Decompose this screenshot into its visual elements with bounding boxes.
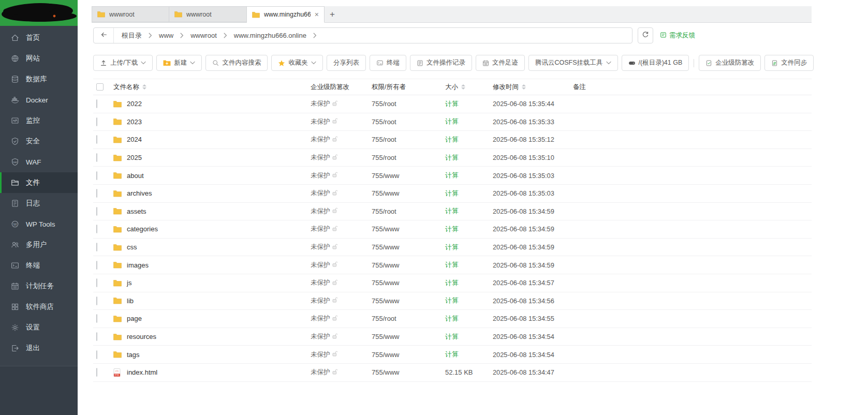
refresh-button[interactable] <box>638 27 653 43</box>
file-name[interactable]: index.html <box>127 368 157 376</box>
tab-mingzhu666-active[interactable]: www.mingzhu666 × <box>247 6 325 23</box>
sidebar-item-logs[interactable]: 日志 <box>0 193 78 214</box>
breadcrumb-item-wwwroot[interactable]: wwwroot <box>190 32 217 39</box>
size-calc-link[interactable]: 计算 <box>445 154 459 161</box>
row-checkbox[interactable] <box>96 207 97 216</box>
table-row[interactable]: page 未保护 755/root 计算 2025-06-08 15:34:55 <box>93 310 812 328</box>
table-row[interactable]: 2025 未保护 755/root 计算 2025-06-08 15:35:10 <box>93 149 812 167</box>
select-all-checkbox[interactable] <box>96 83 104 91</box>
sort-icon[interactable] <box>461 84 465 90</box>
row-checkbox[interactable] <box>96 153 97 162</box>
close-icon[interactable]: × <box>315 11 319 18</box>
table-row[interactable]: about 未保护 755/www 计算 2025-06-08 15:35:03 <box>93 167 812 185</box>
row-checkbox[interactable] <box>96 189 97 198</box>
size-calc-link[interactable]: 计算 <box>445 243 459 251</box>
table-row[interactable]: 2022 未保护 755/root 计算 2025-06-08 15:35:44 <box>93 95 812 113</box>
sidebar-item-security[interactable]: 安全 <box>0 131 78 152</box>
terminal-button[interactable]: 终端 <box>370 55 406 71</box>
share-list-button[interactable]: 分享列表 <box>327 55 366 71</box>
size-calc-link[interactable]: 计算 <box>445 117 459 125</box>
sidebar-item-monitor[interactable]: 监控 <box>0 110 78 131</box>
size-calc-link[interactable]: 计算 <box>445 100 459 108</box>
file-name[interactable]: 2023 <box>127 118 142 126</box>
sort-icon[interactable] <box>522 84 526 90</box>
table-row[interactable]: archives 未保护 755/www 计算 2025-06-08 15:35… <box>93 185 812 203</box>
table-row[interactable]: categories 未保护 755/www 计算 2025-06-08 15:… <box>93 220 812 239</box>
table-row[interactable]: 2024 未保护 755/root 计算 2025-06-08 15:35:12 <box>93 131 812 149</box>
file-name[interactable]: archives <box>127 189 152 197</box>
content-search-button[interactable]: 文件内容搜索 <box>205 55 268 71</box>
header-filename[interactable]: 文件名称 <box>112 83 311 92</box>
header-size[interactable]: 大小 <box>445 83 493 92</box>
file-name[interactable]: css <box>127 243 137 251</box>
size-calc-link[interactable]: 计算 <box>445 136 459 143</box>
file-name[interactable]: page <box>127 315 142 322</box>
size-calc-link[interactable]: 计算 <box>445 350 459 358</box>
row-checkbox[interactable] <box>96 297 97 305</box>
tab-wwwroot-1[interactable]: wwwroot <box>92 6 169 22</box>
file-name[interactable]: lib <box>127 297 134 305</box>
table-row[interactable]: assets 未保护 755/root 计算 2025-06-08 15:34:… <box>93 203 812 221</box>
tamper-proof-button[interactable]: 企业级防篡改 <box>699 55 761 71</box>
disk-root-button[interactable]: /(根目录)41 GB <box>622 55 689 71</box>
tab-wwwroot-2[interactable]: wwwroot <box>169 6 247 22</box>
sidebar-item-terminal[interactable]: 终端 <box>0 255 78 276</box>
upload-download-button[interactable]: 上传/下载 <box>93 55 153 71</box>
sidebar-item-waf[interactable]: WAFWAF <box>0 152 78 172</box>
file-name[interactable]: tags <box>127 351 140 359</box>
size-calc-link[interactable]: 计算 <box>445 171 459 179</box>
row-checkbox[interactable] <box>96 225 97 233</box>
sidebar-item-database[interactable]: 数据库 <box>0 69 78 90</box>
breadcrumb-item-www[interactable]: www <box>159 32 173 39</box>
row-checkbox[interactable] <box>96 117 97 126</box>
table-row[interactable]: resources 未保护 755/www 计算 2025-06-08 15:3… <box>93 328 812 346</box>
file-name[interactable]: assets <box>127 208 146 215</box>
file-name[interactable]: 2025 <box>127 154 142 161</box>
row-checkbox[interactable] <box>96 135 97 144</box>
row-checkbox[interactable] <box>96 368 97 377</box>
row-checkbox[interactable] <box>96 243 97 251</box>
sidebar-item-logout[interactable]: 退出 <box>0 338 78 359</box>
file-name[interactable]: 2022 <box>127 100 142 108</box>
sidebar-item-files[interactable]: 文件 <box>0 172 78 193</box>
breadcrumb-item-root[interactable]: 根目录 <box>122 31 142 40</box>
size-calc-link[interactable]: 计算 <box>445 189 459 197</box>
file-name[interactable]: categories <box>127 225 158 233</box>
size-calc-link[interactable]: 计算 <box>445 261 459 269</box>
size-calc-link[interactable]: 计算 <box>445 207 459 215</box>
feedback-link[interactable]: 需求反馈 <box>660 31 695 40</box>
size-calc-link[interactable]: 计算 <box>445 333 459 340</box>
back-button[interactable] <box>94 28 114 43</box>
new-button[interactable]: 新建 <box>156 55 202 71</box>
new-tab-button[interactable]: + <box>325 6 340 22</box>
file-name[interactable]: resources <box>127 333 156 340</box>
file-sync-button[interactable]: 文件同步 <box>764 55 814 71</box>
size-calc-link[interactable]: 计算 <box>445 279 459 287</box>
row-checkbox[interactable] <box>96 350 97 359</box>
file-name[interactable]: about <box>127 172 144 180</box>
sidebar-item-app-store[interactable]: 软件商店 <box>0 297 78 317</box>
table-row[interactable]: lib 未保护 755/www 计算 2025-06-08 15:34:56 <box>93 292 812 310</box>
row-checkbox[interactable] <box>96 261 97 270</box>
table-row[interactable]: js 未保护 755/www 计算 2025-06-08 15:34:57 <box>93 274 812 292</box>
sidebar-item-docker[interactable]: Docker <box>0 90 78 110</box>
row-checkbox[interactable] <box>96 314 97 323</box>
file-operations-log-button[interactable]: 文件操作记录 <box>410 55 472 71</box>
size-calc-link[interactable]: 计算 <box>445 225 459 233</box>
breadcrumb-item-site[interactable]: www.mingzhu666.online <box>234 32 306 39</box>
sidebar-item-multi-user[interactable]: 多用户 <box>0 234 78 255</box>
file-name[interactable]: images <box>127 261 149 269</box>
sidebar-item-website[interactable]: 网站 <box>0 48 78 69</box>
table-row[interactable]: tags 未保护 755/www 计算 2025-06-08 15:34:54 <box>93 346 812 364</box>
table-row[interactable]: 2023 未保护 755/root 计算 2025-06-08 15:35:33 <box>93 113 812 131</box>
sidebar-item-home[interactable]: 首页 <box>0 27 78 48</box>
table-row[interactable]: images 未保护 755/www 计算 2025-06-08 15:34:5… <box>93 256 812 274</box>
file-name[interactable]: 2024 <box>127 136 142 143</box>
row-checkbox[interactable] <box>96 332 97 341</box>
cosfs-mount-tool-button[interactable]: 腾讯云COSFS挂载工具 <box>528 55 618 71</box>
sort-icon[interactable] <box>142 84 146 90</box>
sidebar-item-wp-tools[interactable]: WWP Tools <box>0 214 78 234</box>
table-row[interactable]: css 未保护 755/www 计算 2025-06-08 15:34:59 <box>93 239 812 257</box>
row-checkbox[interactable] <box>96 278 97 287</box>
sidebar-item-cron[interactable]: 计划任务 <box>0 276 78 297</box>
